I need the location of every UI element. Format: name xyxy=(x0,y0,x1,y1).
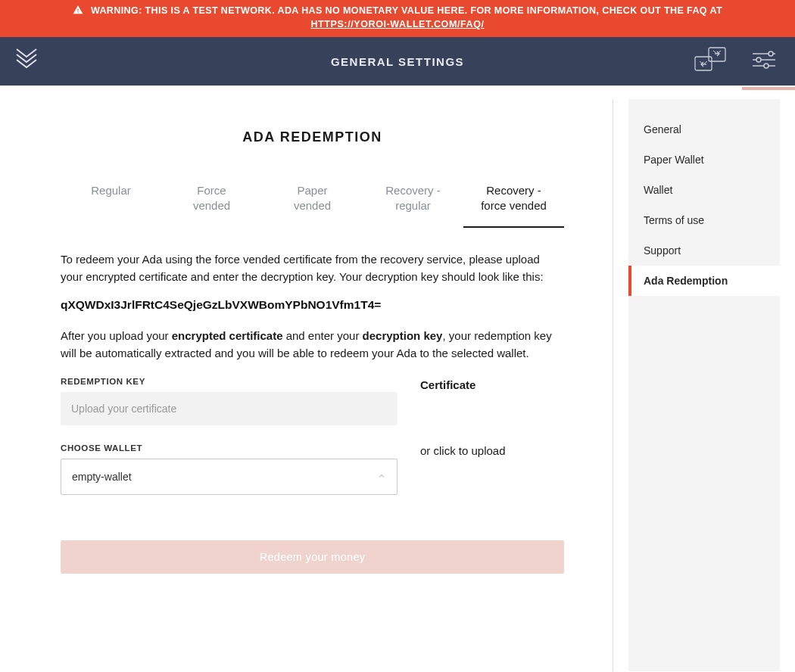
sidebar-item-label: Support xyxy=(644,244,681,257)
sidebar-item-label: General xyxy=(644,123,681,135)
section-heading: ADA REDEMPTION xyxy=(61,129,564,145)
tab-recovery-regular[interactable]: Recovery - regular xyxy=(363,176,463,228)
svg-rect-0 xyxy=(695,57,712,70)
sidebar-item-label: Wallet xyxy=(644,184,672,196)
warning-icon xyxy=(73,5,91,16)
app-header: GENERAL SETTINGS xyxy=(0,37,795,86)
faq-link[interactable]: HTTPS://YOROI-WALLET.COM/FAQ/ xyxy=(310,19,484,30)
wallet-select-value: empty-wallet xyxy=(72,471,132,483)
settings-sidebar: General Paper Wallet Wallet Terms of use… xyxy=(628,99,780,671)
svg-point-7 xyxy=(764,64,768,68)
redemption-tabs: Regular Force vended Paper vended Recove… xyxy=(61,176,564,228)
wallet-transfer-icon[interactable] xyxy=(691,43,730,79)
tab-recovery-force-vended[interactable]: Recovery - force vended xyxy=(463,176,564,228)
sidebar-item-label: Paper Wallet xyxy=(644,154,704,166)
upload-hint[interactable]: or click to upload xyxy=(420,444,564,457)
sidebar-item-support[interactable]: Support xyxy=(628,235,780,266)
sidebar-item-general[interactable]: General xyxy=(628,114,780,145)
sidebar-item-label: Ada Redemption xyxy=(644,275,728,287)
sidebar-item-wallet[interactable]: Wallet xyxy=(628,175,780,205)
svg-point-3 xyxy=(768,51,773,56)
decryption-key-example: qXQWDxI3JrlFRtC4SeQjeGzLbVXWBomYPbNO1Vfm… xyxy=(61,298,564,312)
yoroi-logo[interactable] xyxy=(15,47,38,76)
sidebar-item-ada-redemption[interactable]: Ada Redemption xyxy=(628,266,780,296)
chevron-up-icon xyxy=(377,471,386,483)
redeem-button[interactable]: Redeem your money xyxy=(61,540,564,574)
certificate-label: Certificate xyxy=(420,378,564,391)
tab-paper-vended[interactable]: Paper vended xyxy=(262,176,363,228)
warning-text: WARNING: THIS IS A TEST NETWORK. ADA HAS… xyxy=(91,5,722,16)
instructions-paragraph: After you upload your encrypted certific… xyxy=(61,327,564,362)
tab-force-vended[interactable]: Force vended xyxy=(161,176,262,228)
svg-point-5 xyxy=(756,58,761,62)
main-panel: ADA REDEMPTION Regular Force vended Pape… xyxy=(15,99,613,671)
redemption-key-input[interactable] xyxy=(61,392,398,425)
sidebar-item-terms-of-use[interactable]: Terms of use xyxy=(628,205,780,235)
sidebar-item-paper-wallet[interactable]: Paper Wallet xyxy=(628,145,780,175)
tab-regular[interactable]: Regular xyxy=(61,176,161,228)
page-title: GENERAL SETTINGS xyxy=(0,55,795,68)
redemption-key-label: REDEMPTION KEY xyxy=(61,377,398,386)
choose-wallet-label: CHOOSE WALLET xyxy=(61,443,398,453)
test-network-warning-banner: WARNING: THIS IS A TEST NETWORK. ADA HAS… xyxy=(0,0,795,37)
wallet-select[interactable]: empty-wallet xyxy=(61,459,398,495)
svg-rect-1 xyxy=(709,48,725,61)
settings-active-indicator xyxy=(742,87,795,90)
sidebar-item-label: Terms of use xyxy=(644,214,704,226)
intro-paragraph: To redeem your Ada using the force vende… xyxy=(61,250,564,286)
settings-icon[interactable] xyxy=(748,46,780,76)
